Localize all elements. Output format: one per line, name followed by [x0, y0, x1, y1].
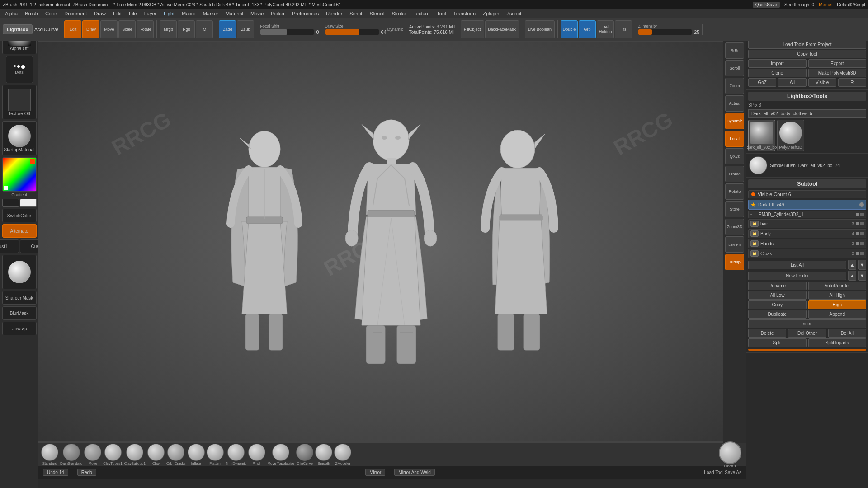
cust1-btn[interactable]: Cust1	[0, 239, 19, 253]
tool-thumb-polymesh[interactable]: PolyMesh3D	[777, 120, 804, 151]
brush-move-topo[interactable]: Move Topologize	[267, 444, 294, 465]
r-btn[interactable]: R	[838, 78, 866, 87]
trs-btn[interactable]: Trs	[615, 20, 632, 38]
subtool-body[interactable]: 📁 Body 4	[748, 229, 866, 238]
all-low-btn[interactable]: All Low	[748, 291, 807, 300]
menu-macro[interactable]: Macro	[179, 10, 199, 17]
menu-document[interactable]: Document	[61, 10, 90, 17]
drawsize-track[interactable]	[325, 29, 379, 35]
load-tools-from-project-btn[interactable]: Load Tools From Project	[748, 40, 866, 49]
brush-move[interactable]: Move	[84, 444, 101, 465]
folder-arrow-btn[interactable]: ▲	[848, 271, 856, 281]
m-btn[interactable]: M	[196, 20, 213, 38]
undo-btn[interactable]: Undo 14	[43, 469, 68, 476]
del-other-btn[interactable]: Del Other	[788, 329, 826, 338]
backface-mask-btn[interactable]: BackFaceMask	[485, 20, 519, 38]
line-fill-btn[interactable]: Line Fill	[725, 236, 744, 253]
menu-transform[interactable]: Transform	[450, 10, 479, 17]
split-btn[interactable]: Split	[748, 338, 807, 347]
delete-btn[interactable]: Delete	[748, 329, 786, 338]
canvas-area[interactable]: RRCG RRCG RRCG	[38, 41, 746, 443]
rgb-btn[interactable]: Rgb	[178, 20, 195, 38]
menu-texture[interactable]: Texture	[410, 10, 433, 17]
menu-layer[interactable]: Layer	[141, 10, 160, 17]
brush-zmodeler[interactable]: ZModeler	[334, 444, 351, 465]
edit-btn[interactable]: Edit	[64, 20, 81, 38]
quicksave-btn[interactable]: QuickSave	[753, 2, 780, 8]
material-sphere-btn[interactable]	[2, 255, 37, 289]
dynamic-ctrl-btn[interactable]: Dynamic	[725, 113, 744, 129]
menu-tool[interactable]: Tool	[434, 10, 449, 17]
menu-script[interactable]: Script	[346, 10, 365, 17]
brush-trimdynamic[interactable]: TrimDynamic	[226, 444, 247, 465]
move-btn[interactable]: Move	[100, 20, 118, 38]
menu-color[interactable]: Color	[42, 10, 60, 17]
brush-clip-curve[interactable]: ClipCurve	[296, 444, 313, 465]
zsub-btn[interactable]: Zsub	[237, 20, 254, 38]
brush-clay[interactable]: Clay	[147, 444, 165, 465]
menu-light[interactable]: Light	[160, 10, 178, 17]
zadd-btn[interactable]: Zadd	[219, 20, 236, 38]
qxyz-btn[interactable]: QXyz	[725, 148, 744, 164]
mirror-btn[interactable]: Mirror	[365, 469, 385, 476]
folder-arrow-down-btn[interactable]: ▼	[858, 271, 866, 281]
brush-flatten[interactable]: Flatten	[207, 444, 224, 465]
menu-render[interactable]: Render	[323, 10, 345, 17]
goz-btn[interactable]: GoZ	[748, 78, 776, 87]
alternate-btn[interactable]: Alternate	[2, 224, 37, 238]
lightbox-btn[interactable]: LightBox	[3, 24, 33, 34]
live-boolean-btn[interactable]: Live Boolean	[525, 20, 555, 38]
scroll-btn[interactable]: Scroll	[725, 60, 744, 76]
append-btn[interactable]: Append	[808, 310, 867, 319]
subtool-hair[interactable]: 📁 hair 3	[748, 219, 866, 228]
export-btn[interactable]: Export	[808, 59, 867, 68]
menu-material[interactable]: Material	[222, 10, 246, 17]
fill-object-btn[interactable]: FillObject	[461, 20, 484, 38]
copy-btn[interactable]: Copy	[748, 300, 807, 309]
zoom3d-btn[interactable]: Zoom3D	[725, 219, 744, 235]
material-btn[interactable]: StartupMaterial	[2, 121, 37, 155]
menu-draw[interactable]: Draw	[91, 10, 109, 17]
brush-dots-preview[interactable]: Dots	[6, 56, 33, 83]
mirror-weld-btn[interactable]: Mirror And Weld	[394, 469, 435, 476]
menus[interactable]: Menus	[819, 2, 832, 7]
scale-btn[interactable]: Scale	[118, 20, 136, 38]
import-btn[interactable]: Import	[748, 59, 807, 68]
menu-preferences[interactable]: Preferences	[289, 10, 322, 17]
list-arrow-btn[interactable]: ▲	[848, 260, 856, 270]
focal-track[interactable]	[260, 29, 314, 35]
brush-standard[interactable]: Standard	[41, 444, 58, 465]
list-all-btn[interactable]: List All	[748, 261, 846, 269]
insert-btn[interactable]: Insert	[748, 319, 866, 328]
clone-btn[interactable]: Clone	[748, 69, 807, 77]
menu-brush[interactable]: Brush	[22, 10, 41, 17]
grp-btn[interactable]: Grp	[579, 20, 596, 38]
blur-mask-btn[interactable]: BlurMask	[2, 306, 37, 320]
frame-btn[interactable]: Frame	[725, 166, 744, 182]
menu-stencil[interactable]: Stencil	[366, 10, 387, 17]
menu-zscript[interactable]: Zscript	[503, 10, 524, 17]
store-btn[interactable]: Store	[725, 201, 744, 217]
menu-alpha[interactable]: Alpha	[2, 10, 21, 17]
color-picker[interactable]	[2, 157, 37, 192]
draw-btn[interactable]: Draw	[82, 20, 99, 38]
mrgb-btn[interactable]: Mrgb	[160, 20, 177, 38]
tool-thumb-dark-elf[interactable]: dark_elf_v02_bo	[748, 120, 775, 151]
cust2-btn[interactable]: Cust2	[20, 239, 39, 253]
rotate-ctrl-btn[interactable]: Rotate	[725, 183, 744, 200]
visible-btn[interactable]: Visible	[808, 78, 836, 87]
subtool-dark-elf-v49[interactable]: ★ Dark Elf_v49	[748, 200, 866, 210]
brush-smooth[interactable]: Smooth	[315, 444, 332, 465]
brbr-btn[interactable]: BrBr	[725, 42, 744, 59]
all-high-btn[interactable]: All High	[808, 291, 867, 300]
del-hidden-btn[interactable]: Del Hidden	[597, 20, 614, 38]
actual-btn[interactable]: Actual	[725, 95, 744, 112]
rotate-btn[interactable]: Rotate	[137, 20, 154, 38]
menu-edit[interactable]: Edit	[110, 10, 125, 17]
unwrap-btn[interactable]: Unwrap	[2, 322, 37, 335]
subtool-hands[interactable]: 📁 Hands 2	[748, 239, 866, 248]
high-btn[interactable]: High	[808, 300, 867, 309]
brush-inflate[interactable]: Inflate	[188, 444, 205, 465]
menu-movie[interactable]: Movie	[247, 10, 267, 17]
menu-picker[interactable]: Picker	[268, 10, 288, 17]
